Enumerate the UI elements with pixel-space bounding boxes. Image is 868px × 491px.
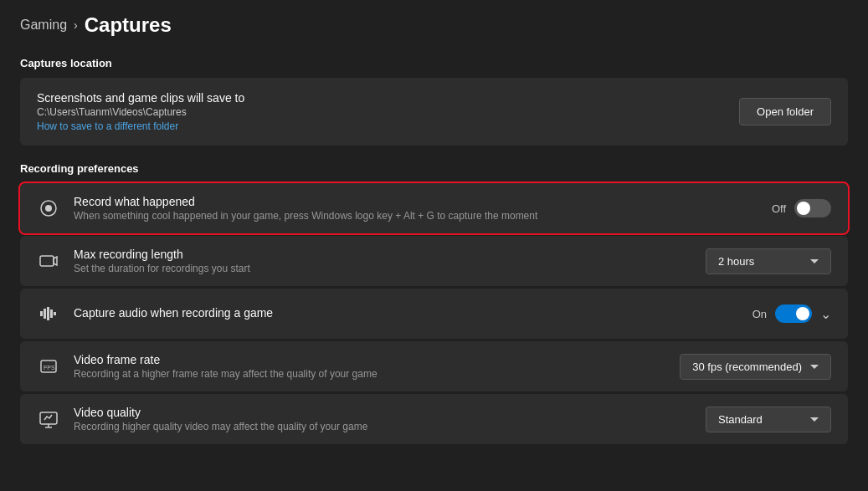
setting-row-max-recording: Max recording length Set the duration fo…	[20, 236, 848, 286]
setting-right-max-recording: 2 hours	[706, 248, 831, 274]
setting-name-max-recording: Max recording length	[74, 248, 250, 261]
frame-rate-dropdown[interactable]: 30 fps (recommended)	[680, 354, 831, 380]
chevron-down-icon	[810, 259, 819, 263]
setting-left-audio: Capture audio when recording a game	[37, 302, 273, 325]
setting-name-frame-rate: Video frame rate	[74, 353, 378, 366]
setting-right-frame-rate: 30 fps (recommended)	[680, 354, 831, 380]
setting-left-video-quality: Video quality Recording higher quality v…	[37, 406, 367, 432]
setting-left-frame-rate: FPS Video frame rate Recording at a high…	[37, 353, 378, 380]
captures-location-title: Screenshots and game clips will save to	[37, 91, 244, 105]
svg-point-1	[45, 205, 52, 212]
setting-text-video-quality: Video quality Recording higher quality v…	[74, 406, 367, 432]
recording-preferences-section: Recording preferences Record what happen…	[20, 162, 848, 444]
recording-preferences-label: Recording preferences	[20, 162, 848, 175]
setting-text-record: Record what happened When something cool…	[74, 195, 537, 222]
quality-icon	[37, 407, 60, 431]
toggle-audio[interactable]	[775, 304, 812, 323]
fps-icon: FPS	[37, 355, 60, 378]
svg-rect-2	[40, 256, 54, 266]
toggle-slider-record	[794, 199, 831, 217]
breadcrumb-parent: Gaming	[20, 18, 67, 33]
svg-rect-4	[40, 311, 43, 316]
captures-location-link[interactable]: How to save to a different folder	[37, 120, 244, 132]
setting-row-frame-rate: FPS Video frame rate Recording at a high…	[20, 341, 848, 391]
setting-right-record: Off	[772, 199, 831, 217]
toggle-record[interactable]	[794, 199, 831, 217]
breadcrumb: Gaming › Captures	[20, 13, 848, 37]
captures-location-info: Screenshots and game clips will save to …	[37, 91, 244, 132]
setting-name-video-quality: Video quality	[74, 406, 367, 419]
toggle-label-record: Off	[772, 202, 786, 215]
toggle-knob-record	[797, 202, 810, 215]
svg-rect-5	[44, 309, 46, 319]
setting-name-record: Record what happened	[74, 195, 537, 208]
camera-icon	[37, 249, 60, 273]
setting-right-audio: On ⌄	[752, 304, 831, 323]
svg-rect-7	[50, 309, 53, 318]
captures-location-label: Captures location	[20, 57, 848, 69]
video-quality-value: Standard	[718, 413, 763, 426]
setting-left-record: Record what happened When something cool…	[37, 195, 537, 222]
frame-rate-value: 30 fps (recommended)	[692, 361, 802, 373]
setting-right-video-quality: Standard	[706, 407, 831, 432]
svg-marker-3	[54, 257, 57, 265]
breadcrumb-separator: ›	[74, 18, 78, 32]
setting-desc-frame-rate: Recording at a higher frame rate may aff…	[74, 368, 378, 380]
chevron-down-fps-icon	[810, 365, 819, 369]
page-title: Captures	[85, 13, 172, 37]
max-recording-value: 2 hours	[718, 255, 754, 268]
video-quality-dropdown[interactable]: Standard	[706, 407, 831, 432]
setting-desc-record: When something cool happened in your gam…	[74, 210, 537, 222]
captures-location-path: C:\Users\Tuanm\Videos\Captures	[37, 106, 244, 118]
open-folder-button[interactable]: Open folder	[739, 98, 831, 125]
setting-desc-max-recording: Set the duration for recordings you star…	[74, 263, 250, 274]
captures-location-card: Screenshots and game clips will save to …	[20, 78, 848, 146]
setting-row-record-what-happened: Record what happened When something cool…	[20, 183, 848, 233]
svg-text:FPS: FPS	[44, 365, 55, 371]
toggle-slider-audio	[775, 304, 812, 323]
setting-row-video-quality: Video quality Recording higher quality v…	[20, 394, 848, 444]
setting-row-capture-audio: Capture audio when recording a game On ⌄	[20, 289, 848, 339]
toggle-knob-audio	[796, 307, 809, 320]
setting-text-max-recording: Max recording length Set the duration fo…	[74, 248, 250, 274]
max-recording-dropdown[interactable]: 2 hours	[706, 248, 831, 274]
setting-text-audio: Capture audio when recording a game	[74, 306, 273, 321]
setting-text-frame-rate: Video frame rate Recording at a higher f…	[74, 353, 378, 380]
setting-name-audio: Capture audio when recording a game	[74, 306, 273, 320]
record-icon	[37, 197, 60, 220]
svg-rect-6	[47, 307, 49, 320]
setting-desc-video-quality: Recording higher quality video may affec…	[74, 421, 367, 432]
svg-rect-8	[54, 312, 56, 315]
page-container: Gaming › Captures Captures location Scre…	[0, 0, 868, 460]
chevron-down-quality-icon	[810, 417, 819, 422]
audio-expand-icon[interactable]: ⌄	[820, 306, 831, 322]
audio-icon	[37, 302, 60, 325]
toggle-label-audio: On	[752, 308, 767, 320]
setting-left-max-recording: Max recording length Set the duration fo…	[37, 248, 250, 274]
